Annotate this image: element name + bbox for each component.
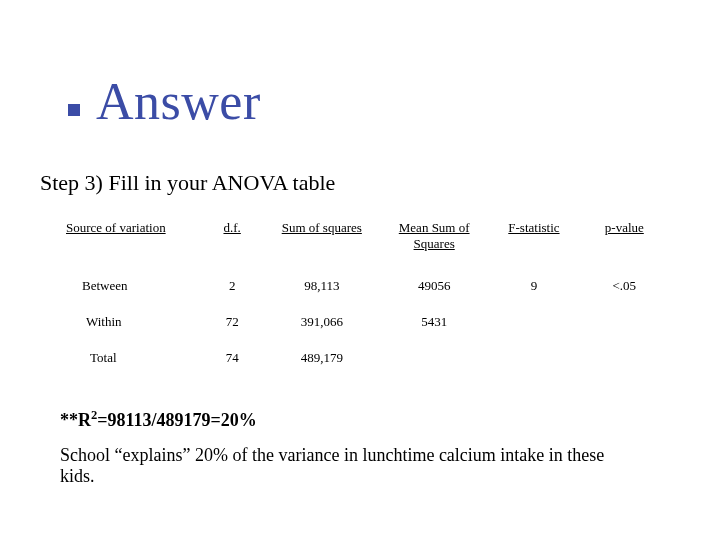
title-block: Answer xyxy=(68,72,261,131)
r2-prefix: **R xyxy=(60,410,91,430)
explain-line: School “explains” 20% of the variance in… xyxy=(60,445,620,487)
cell-df: 2 xyxy=(202,260,263,294)
hdr-f: F-statistic xyxy=(489,220,578,258)
cell-p: <.05 xyxy=(581,260,668,294)
step-label: Step 3) Fill in your ANOVA table xyxy=(40,170,335,196)
cell-p xyxy=(581,296,668,330)
r-squared-line: **R2=98113/489179=20% xyxy=(60,410,620,431)
table-header-row: Source of variation d.f. Sum of squares … xyxy=(62,220,668,258)
hdr-p: p-value xyxy=(581,220,668,258)
cell-ms: 49056 xyxy=(381,260,487,294)
cell-f xyxy=(489,332,578,366)
cell-f xyxy=(489,296,578,330)
cell-ms xyxy=(381,332,487,366)
hdr-df: d.f. xyxy=(202,220,263,258)
hdr-ms: Mean Sum of Squares xyxy=(381,220,487,258)
cell-p xyxy=(581,332,668,366)
r2-suffix: =98113/489179=20% xyxy=(97,410,257,430)
cell-ss: 391,066 xyxy=(264,296,379,330)
table-row: Total 74 489,179 xyxy=(62,332,668,366)
anova-table: Source of variation d.f. Sum of squares … xyxy=(60,218,670,368)
table-row: Between 2 98,113 49056 9 <.05 xyxy=(62,260,668,294)
footer-block: **R2=98113/489179=20% School “explains” … xyxy=(60,410,620,487)
bullet-icon xyxy=(68,104,80,116)
slide-title: Answer xyxy=(96,72,261,131)
cell-ss: 489,179 xyxy=(264,332,379,366)
cell-df: 72 xyxy=(202,296,263,330)
cell-ss: 98,113 xyxy=(264,260,379,294)
cell-source: Within xyxy=(62,296,200,330)
cell-df: 74 xyxy=(202,332,263,366)
hdr-source: Source of variation xyxy=(62,220,200,258)
cell-source: Total xyxy=(62,332,200,366)
hdr-ss: Sum of squares xyxy=(264,220,379,258)
cell-f: 9 xyxy=(489,260,578,294)
cell-ms: 5431 xyxy=(381,296,487,330)
cell-source: Between xyxy=(62,260,200,294)
table-row: Within 72 391,066 5431 xyxy=(62,296,668,330)
